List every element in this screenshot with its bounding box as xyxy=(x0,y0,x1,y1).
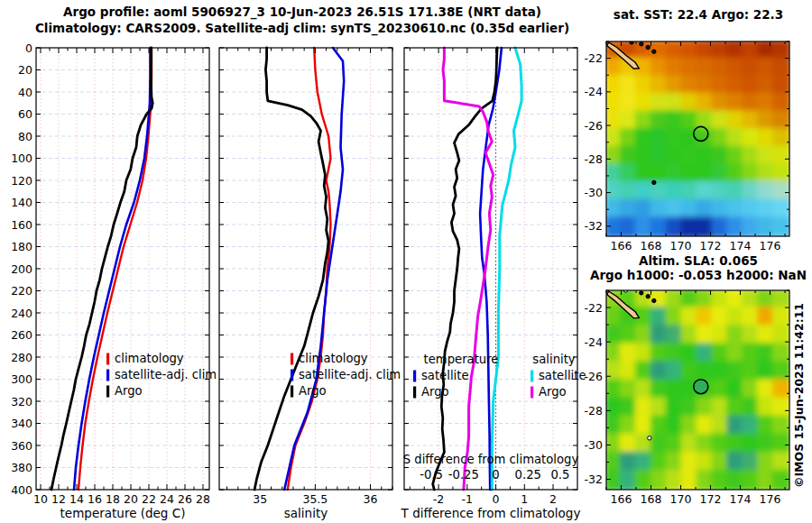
map-xtick-label: 166 xyxy=(611,239,632,252)
map-ytick-label: -28 xyxy=(585,152,603,166)
legend-swatch xyxy=(413,371,416,382)
ytick-label: 0 xyxy=(25,41,32,55)
ytick-label: 200 xyxy=(11,262,32,276)
legend-swatch xyxy=(413,387,416,399)
xaxis-label-temperature: temperature (deg C) xyxy=(60,506,186,520)
xtick-label: 24 xyxy=(160,492,174,506)
s-axis-tick-label: -0.25 xyxy=(448,468,479,482)
map-xtick-label: 174 xyxy=(730,492,752,506)
xtick-label: 35.5 xyxy=(302,492,328,506)
figure-title-line1: Argo profile: aoml 5906927_3 10-Jun-2023… xyxy=(9,5,595,19)
xtick-label: 22 xyxy=(142,492,156,506)
sla-map-float-marker xyxy=(694,380,708,394)
figure-title-line2: Climatology: CARS2009. Satellite-adj cli… xyxy=(9,21,595,35)
map-xtick-label: 172 xyxy=(700,239,722,252)
legend-label: Argo xyxy=(115,384,143,398)
ytick-label: 300 xyxy=(11,372,32,386)
sla-map: 166168170172174176-22-24-26-28-30-32 xyxy=(585,289,791,506)
s-axis-tick-label: 0.25 xyxy=(515,468,541,482)
xtick-label: 1 xyxy=(521,492,528,506)
ytick-label: 340 xyxy=(11,417,32,430)
ytick-label: 140 xyxy=(11,196,32,209)
islet xyxy=(652,50,656,53)
map-ytick-label: -32 xyxy=(585,219,603,233)
legend-label: satellite xyxy=(421,369,469,382)
legend-swatch xyxy=(291,353,293,365)
figure-page: Argo profile: aoml 5906927_3 10-Jun-2023… xyxy=(0,0,812,523)
ytick-label: 180 xyxy=(11,240,32,253)
sst-map-pixels xyxy=(604,40,791,238)
legend-header: salinity xyxy=(532,353,575,366)
map-ytick-label: -30 xyxy=(585,186,603,199)
s-axis-label: S difference from climatology xyxy=(403,453,579,466)
s-axis-tick-label: -0.5 xyxy=(420,468,443,482)
map-ytick-label: -24 xyxy=(585,85,603,98)
ytick-label: 360 xyxy=(11,439,32,453)
panel-salinity: 3535.536salinityclimatologysatellite-adj… xyxy=(219,48,401,520)
islet xyxy=(648,436,651,440)
map-ytick-label: -30 xyxy=(585,438,603,452)
xtick-label: 26 xyxy=(178,492,192,506)
legend-label: climatology xyxy=(115,352,184,365)
panel-temperature: 0204060801001201401601802002202402602803… xyxy=(11,41,217,521)
imos-watermark: ©IMOS 15-Jun-2023 11:42:11 xyxy=(792,288,807,504)
legend-swatch xyxy=(106,386,109,398)
ytick-label: 320 xyxy=(11,395,32,408)
legend-label: satellite xyxy=(539,369,586,382)
ytick-label: 400 xyxy=(11,483,32,497)
islet xyxy=(652,298,656,302)
ytick-label: 120 xyxy=(11,174,32,188)
map-xtick-label: 166 xyxy=(611,492,632,506)
map-ytick-label: -26 xyxy=(585,119,603,133)
map-ytick-label: -24 xyxy=(585,335,603,349)
ytick-label: 100 xyxy=(11,151,32,165)
legend-swatch xyxy=(531,371,533,382)
map-xtick-label: 170 xyxy=(670,492,692,506)
sst-map-title: sat. SST: 22.4 Argo: 22.3 xyxy=(585,7,812,22)
xtick-label: 36 xyxy=(364,492,378,506)
legend-label: satellite-adj. clim xyxy=(115,368,217,381)
map-xtick-label: 168 xyxy=(641,492,662,506)
s-axis-tick-label: 0 xyxy=(492,468,499,482)
map-ytick-label: -28 xyxy=(585,404,603,417)
legend-swatch xyxy=(106,370,109,381)
sst-map: 166168170172174176-22-24-26-28-30-32 xyxy=(585,40,791,252)
map-ytick-label: -26 xyxy=(585,370,603,383)
xtick-label: 12 xyxy=(51,492,66,506)
xtick-label: -2 xyxy=(433,492,444,506)
panel-difference: -2-1012T difference from climatologytemp… xyxy=(401,48,586,520)
ytick-label: 240 xyxy=(11,307,32,320)
legend-header: temperature xyxy=(424,353,499,366)
ytick-label: 160 xyxy=(11,218,32,232)
legend-swatch xyxy=(291,386,293,398)
xtick-label: 16 xyxy=(88,492,102,506)
map-xtick-label: 170 xyxy=(670,239,692,252)
xaxis-label-salinity: salinity xyxy=(284,506,328,520)
islet xyxy=(646,45,650,49)
ytick-label: 260 xyxy=(11,328,32,342)
sla-title: Altim. SLA: 0.065 xyxy=(585,253,812,268)
map-xtick-label: 174 xyxy=(730,239,752,252)
xtick-label: 20 xyxy=(124,492,138,506)
legend-label: climatology xyxy=(299,352,368,365)
xaxis-label-difference: T difference from climatology xyxy=(401,506,581,520)
xtick-label: 18 xyxy=(106,492,120,506)
xtick-label: -1 xyxy=(462,492,473,506)
xtick-label: 28 xyxy=(196,492,210,506)
map-xtick-label: 172 xyxy=(700,492,722,506)
map-ytick-label: -32 xyxy=(585,473,603,486)
map-xtick-label: 176 xyxy=(760,239,781,252)
legend-label: Argo xyxy=(421,385,449,399)
ytick-label: 280 xyxy=(11,351,32,364)
islet xyxy=(640,291,643,295)
xtick-label: 35 xyxy=(253,492,267,506)
islet xyxy=(646,294,650,298)
ytick-label: 220 xyxy=(11,284,32,298)
legend-swatch xyxy=(291,370,293,381)
ytick-label: 60 xyxy=(18,107,32,121)
xtick-label: 14 xyxy=(69,492,84,506)
s-axis-tick-label: 0.5 xyxy=(550,468,569,482)
xtick-label: 10 xyxy=(33,492,48,506)
ytick-label: 20 xyxy=(18,63,32,77)
map-xtick-label: 168 xyxy=(641,239,662,252)
